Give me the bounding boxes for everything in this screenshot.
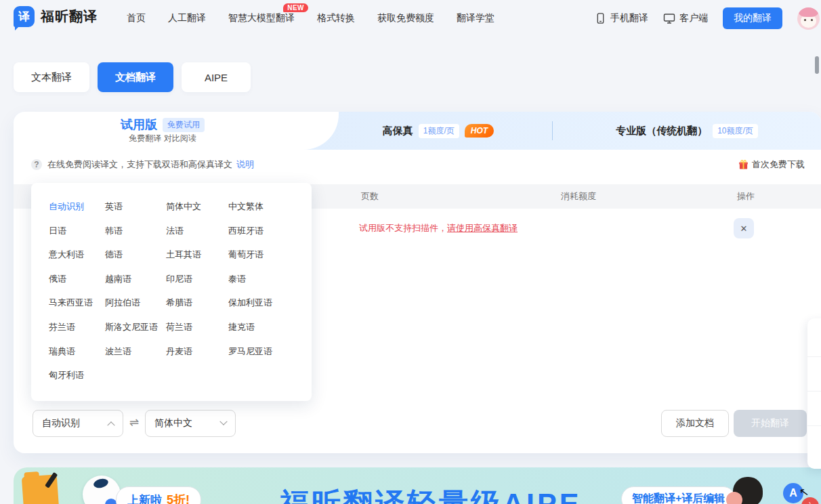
language-option[interactable]: 英语: [105, 201, 166, 225]
swap-languages-icon[interactable]: ⇌: [126, 415, 142, 429]
language-option[interactable]: 越南语: [105, 273, 166, 297]
robot-mascot: [83, 476, 121, 504]
scrollbar-thumb[interactable]: [815, 56, 819, 74]
trial-subtitle: 免费翻译 对比阅读: [14, 133, 312, 144]
translate-controls: 自动识别 ⇌ 简体中文 添加文档 开始翻译: [14, 410, 821, 437]
my-translation-button[interactable]: 我的翻译: [723, 7, 782, 29]
desktop-client-entry[interactable]: 客户端: [663, 12, 708, 24]
warning-text: 试用版不支持扫描件，: [359, 223, 447, 233]
sidebar-item-download[interactable]: 下载: [807, 425, 821, 460]
language-option[interactable]: 马来西亚语: [49, 297, 105, 321]
language-option[interactable]: 西班牙语: [228, 225, 310, 249]
language-option[interactable]: 土耳其语: [166, 249, 228, 273]
plan-selector: 试用版 免费试用 免费翻译 对比阅读 高保真 1额度/页 HOT 专业版（传统机…: [14, 112, 821, 150]
language-option[interactable]: 瑞典语: [49, 345, 105, 370]
language-option[interactable]: 斯洛文尼亚语: [105, 321, 166, 345]
language-option[interactable]: 法语: [166, 225, 228, 249]
language-option[interactable]: 葡萄牙语: [228, 249, 310, 273]
nav-item-free-credits[interactable]: 获取免费额度: [377, 12, 434, 24]
nav-item-ai-model-translation[interactable]: 智慧大模型翻译NEW: [228, 12, 295, 24]
nav-item-home[interactable]: 首页: [127, 12, 146, 24]
plan-tab-professional[interactable]: 专业版（传统机翻） 10额度/页: [553, 112, 821, 150]
target-language-value: 简体中文: [154, 417, 192, 429]
nav-item-human-translation[interactable]: 人工翻译: [168, 12, 206, 24]
promo-banner[interactable]: 上新啦 5折! 福昕翻译轻量级AIPE 智能翻译+译后编辑 A ↖ 文: [14, 467, 821, 504]
language-option[interactable]: 波兰语: [105, 345, 166, 370]
language-option[interactable]: 简体中文: [166, 201, 228, 225]
language-option[interactable]: 印尼语: [166, 273, 228, 297]
language-dropdown-panel: 自动识别英语简体中文中文繁体日语韩语法语西班牙语意大利语德语土耳其语葡萄牙语俄语…: [31, 183, 312, 401]
language-option[interactable]: 自动识别: [49, 201, 105, 225]
language-option[interactable]: 希腊语: [166, 297, 228, 321]
sidebar-item-customer-service[interactable]: 客服: [807, 391, 821, 425]
header-right: 手机翻译 客户端 我的翻译: [595, 0, 820, 37]
notice-bar: ? 在线免费阅读译文，支持下载双语和高保真译文 说明 首次免费下载: [14, 150, 821, 180]
target-language-select[interactable]: 简体中文: [145, 410, 236, 437]
notice-link[interactable]: 说明: [236, 159, 254, 171]
language-option[interactable]: 中文繁体: [228, 201, 310, 225]
nav-item-format-conversion[interactable]: 格式转换: [317, 12, 355, 24]
plan-tab-trial[interactable]: 试用版 免费试用 免费翻译 对比阅读: [14, 112, 339, 150]
column-header-credits-used: 消耗额度: [561, 184, 596, 209]
language-option[interactable]: 俄语: [49, 273, 105, 297]
language-option[interactable]: 泰语: [228, 273, 310, 297]
gift-icon: [738, 159, 749, 170]
language-option[interactable]: 德语: [105, 249, 166, 273]
person-illustration: [723, 473, 778, 504]
language-option[interactable]: 芬兰语: [49, 321, 105, 345]
language-option[interactable]: 丹麦语: [166, 345, 228, 370]
avatar-eye: [804, 19, 806, 21]
sidebar-item-feedback[interactable]: 反馈: [807, 322, 821, 356]
language-option[interactable]: 匈牙利语: [49, 369, 105, 394]
plan-tab-high-fidelity[interactable]: 高保真 1额度/页 HOT: [327, 112, 550, 150]
column-header-actions: 操作: [737, 184, 755, 209]
language-option[interactable]: 捷克语: [228, 321, 310, 345]
source-language-value: 自动识别: [42, 417, 80, 429]
tab-text-translate[interactable]: 文本翻译: [14, 62, 89, 92]
trial-title: 试用版: [121, 117, 157, 133]
phone-icon: [595, 12, 606, 24]
tab-aipe[interactable]: AIPE: [182, 62, 251, 92]
dismiss-button[interactable]: ✕: [734, 218, 754, 238]
tab-document-translate[interactable]: 文档翻译: [98, 62, 173, 92]
promo-discount: 5折!: [167, 492, 190, 504]
avatar-eye: [811, 19, 813, 21]
source-language-select[interactable]: 自动识别: [33, 410, 123, 437]
hot-badge: HOT: [465, 124, 494, 138]
person-face: [726, 492, 742, 504]
brand-name: 福昕翻译: [41, 7, 98, 26]
language-option[interactable]: 罗马尼亚语: [228, 345, 310, 370]
new-badge: NEW: [283, 3, 308, 12]
chevron-down-icon: [219, 418, 227, 425]
mobile-translate-entry[interactable]: 手机翻译: [595, 12, 648, 24]
language-option[interactable]: 保加利亚语: [228, 297, 310, 321]
language-option[interactable]: 阿拉伯语: [105, 297, 166, 321]
language-option[interactable]: 韩语: [105, 225, 166, 249]
column-header-pages: 页数: [361, 184, 379, 209]
language-option[interactable]: 荷兰语: [166, 321, 228, 345]
avatar[interactable]: [797, 7, 820, 30]
header: 译 福昕翻译 首页人工翻译智慧大模型翻译NEW格式转换获取免费额度翻译学堂 手机…: [0, 0, 821, 37]
professional-price-badge: 10额度/页: [713, 124, 758, 138]
first-free-download-label: 首次免费下载: [752, 159, 805, 171]
desktop-client-label: 客户端: [679, 12, 708, 24]
avatar-hat: [799, 7, 818, 17]
add-document-button[interactable]: 添加文档: [661, 410, 729, 437]
trial-free-badge: 免费试用: [163, 118, 205, 132]
brand-logo[interactable]: 译 福昕翻译: [14, 6, 98, 27]
monitor-icon: [663, 12, 675, 24]
first-free-download[interactable]: 首次免费下载: [738, 159, 805, 171]
main-nav: 首页人工翻译智慧大模型翻译NEW格式转换获取免费额度翻译学堂: [127, 0, 494, 37]
sidebar-item-faq[interactable]: ?问题: [807, 356, 821, 391]
nav-item-translation-academy[interactable]: 翻译学堂: [457, 12, 494, 24]
language-option[interactable]: 意大利语: [49, 249, 105, 273]
language-option[interactable]: 日语: [49, 225, 105, 249]
mode-tabs: 文本翻译文档翻译AIPE: [14, 62, 251, 92]
start-translate-button[interactable]: 开始翻译: [734, 410, 807, 437]
floating-side-widget: 反馈?问题客服下载: [807, 318, 821, 469]
warning-link[interactable]: 请使用高保真翻译: [447, 223, 518, 233]
high-fidelity-title: 高保真: [383, 125, 413, 138]
help-icon[interactable]: ?: [31, 159, 42, 170]
banner-title: 福昕翻译轻量级AIPE: [280, 484, 581, 504]
pencil-illustration: [45, 472, 58, 488]
